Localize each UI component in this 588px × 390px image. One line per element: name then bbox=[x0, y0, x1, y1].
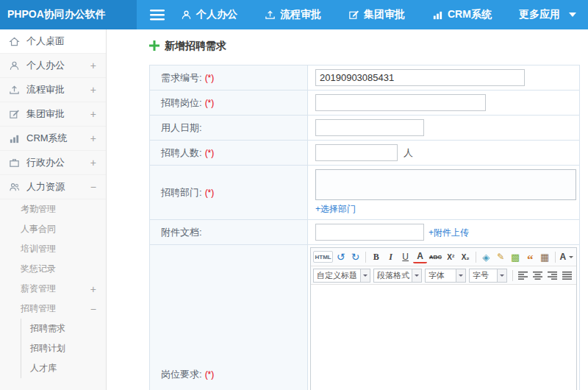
submit-arrow-icon bbox=[265, 10, 276, 21]
field-label-cell: 用人日期: bbox=[150, 116, 308, 141]
field-label-cell: 岗位要求:(*) bbox=[150, 245, 308, 390]
paragraph-format-select[interactable]: 段落格式 bbox=[373, 269, 422, 283]
top-bar: PHPOA协同办公软件 个人办公 流程审批 bbox=[0, 0, 588, 29]
headcount-input[interactable] bbox=[315, 144, 398, 161]
expand-toggle[interactable]: + bbox=[90, 108, 96, 120]
field-label: 用人日期: bbox=[161, 122, 202, 133]
format-painter-button[interactable]: ✎ bbox=[494, 250, 508, 264]
field-label: 招聘人数: bbox=[161, 147, 202, 158]
form-row-department: 招聘部门:(*) +选择部门 bbox=[150, 166, 580, 220]
briefcase-icon bbox=[9, 157, 26, 169]
toolbar-separator bbox=[476, 252, 476, 263]
expand-toggle[interactable]: + bbox=[90, 132, 96, 144]
topnav-group-approval[interactable]: 集团审批 bbox=[348, 8, 405, 21]
undo-button[interactable]: ↺ bbox=[334, 250, 348, 264]
select-label: 字号 bbox=[470, 270, 497, 281]
attachment-upload-link[interactable]: +附件上传 bbox=[429, 227, 469, 239]
editor-toolbar-row1: HTML ↺ ↻ B I U A ABC X² X₂ ◈ bbox=[311, 248, 576, 266]
sidebar-subitem-attendance[interactable]: 考勤管理 bbox=[0, 199, 106, 219]
field-label-cell: 招聘人数:(*) bbox=[150, 141, 308, 166]
demand-code-input[interactable] bbox=[315, 69, 525, 86]
required-mark: (*) bbox=[205, 98, 215, 108]
topnav-workflow-approval[interactable]: 流程审批 bbox=[265, 8, 321, 21]
sidebar-subitem-recruit-plan[interactable]: 招聘计划 bbox=[21, 338, 106, 358]
strikethrough-button[interactable]: ABC bbox=[428, 250, 443, 264]
field-label: 需求编号: bbox=[161, 72, 202, 83]
department-textarea[interactable] bbox=[315, 169, 576, 200]
expand-toggle[interactable]: + bbox=[90, 157, 96, 169]
expand-toggle[interactable]: + bbox=[90, 283, 96, 295]
sidebar-subitem-rewards[interactable]: 奖惩记录 bbox=[0, 259, 106, 279]
font-menu-button[interactable]: A bbox=[559, 250, 574, 264]
sidebar-item-group-approval[interactable]: 集团审批 + bbox=[0, 102, 106, 127]
position-input[interactable] bbox=[315, 94, 486, 111]
field-label: 附件文档: bbox=[161, 227, 202, 238]
select-label: 自定义标题 bbox=[314, 270, 360, 281]
hire-date-input[interactable] bbox=[315, 119, 424, 136]
editor-content-area[interactable] bbox=[311, 285, 576, 390]
sidebar-item-label: 个人办公 bbox=[26, 59, 90, 72]
collapse-toggle[interactable]: − bbox=[90, 181, 96, 193]
bold-button[interactable]: B bbox=[369, 250, 383, 264]
attachment-input[interactable] bbox=[315, 224, 424, 241]
sidebar-subitem-salary[interactable]: 薪资管理 + bbox=[0, 279, 106, 299]
align-right-button[interactable] bbox=[545, 269, 559, 283]
sidebar-item-personal-office[interactable]: 个人办公 + bbox=[0, 54, 106, 78]
sidebar-item-crm[interactable]: CRM系统 + bbox=[0, 127, 106, 151]
html-source-button[interactable]: HTML bbox=[313, 251, 333, 263]
sidebar-subitem-talent-pool[interactable]: 人才库 bbox=[21, 358, 106, 378]
menu-toggle-icon[interactable] bbox=[137, 0, 178, 29]
page-title-text: 新增招聘需求 bbox=[165, 40, 226, 53]
insert-table-button[interactable]: ▦ bbox=[538, 250, 552, 264]
sidebar-subitem-training[interactable]: 培训管理 bbox=[0, 239, 106, 259]
chevron-down-icon[interactable] bbox=[360, 269, 370, 282]
user-icon bbox=[181, 10, 192, 21]
align-justify-button[interactable] bbox=[560, 269, 574, 283]
topnav-personal-office[interactable]: 个人办公 bbox=[181, 8, 237, 21]
align-center-button[interactable] bbox=[531, 269, 545, 283]
topnav-crm[interactable]: CRM系统 bbox=[432, 8, 492, 21]
font-color-button[interactable]: A bbox=[413, 251, 427, 263]
sidebar-subitem-recruitment[interactable]: 招聘管理 − bbox=[0, 299, 106, 319]
italic-button[interactable]: I bbox=[384, 250, 398, 264]
underline-button[interactable]: U bbox=[398, 250, 412, 264]
font-size-select[interactable]: 字号 bbox=[469, 269, 507, 283]
expand-toggle[interactable]: + bbox=[90, 84, 96, 96]
sidebar-item-hr[interactable]: 人力资源 − bbox=[0, 175, 106, 199]
sidebar-subitem-recruit-demand[interactable]: 招聘需求 bbox=[21, 319, 106, 338]
subscript-button[interactable]: X₂ bbox=[459, 250, 473, 264]
sidebar-subitem-label: 考勤管理 bbox=[21, 203, 96, 216]
font-family-select[interactable]: 字体 bbox=[425, 269, 466, 283]
blockquote-button[interactable]: “ bbox=[523, 250, 537, 264]
chevron-down-icon[interactable] bbox=[497, 269, 506, 282]
eraser-button[interactable]: ◈ bbox=[479, 250, 493, 264]
align-left-button[interactable] bbox=[516, 269, 530, 283]
sidebar-item-workflow-approval[interactable]: 流程审批 + bbox=[0, 78, 106, 102]
toolbar-separator bbox=[555, 252, 556, 263]
sidebar-item-personal-desktop[interactable]: 个人桌面 bbox=[0, 29, 106, 54]
form-row-hire-date: 用人日期: bbox=[150, 116, 580, 141]
top-navigation: 个人办公 流程审批 集团审批 bbox=[178, 0, 576, 29]
superscript-button[interactable]: X² bbox=[444, 250, 458, 264]
field-label-cell: 招聘岗位:(*) bbox=[150, 91, 308, 116]
chevron-down-icon[interactable] bbox=[456, 269, 465, 282]
sidebar-item-label: 人力资源 bbox=[26, 180, 90, 194]
redo-button[interactable]: ↻ bbox=[348, 250, 362, 264]
sidebar-item-admin-office[interactable]: 行政办公 + bbox=[0, 151, 106, 175]
field-label-cell: 附件文档: bbox=[150, 220, 308, 245]
collapse-toggle[interactable]: − bbox=[90, 303, 96, 315]
form-row-headcount: 招聘人数:(*) 人 bbox=[150, 141, 580, 166]
sidebar-subitem-personnel-contract[interactable]: 人事合同 bbox=[0, 219, 106, 239]
topnav-label: 集团审批 bbox=[364, 8, 405, 21]
chevron-down-icon[interactable] bbox=[412, 269, 421, 282]
custom-title-select[interactable]: 自定义标题 bbox=[313, 269, 370, 283]
topnav-more-apps[interactable]: 更多应用 bbox=[519, 8, 576, 21]
toolbar-separator bbox=[365, 252, 366, 263]
field-value-cell bbox=[308, 116, 580, 141]
background-color-button[interactable]: ▩ bbox=[509, 250, 523, 264]
expand-toggle[interactable]: + bbox=[90, 60, 96, 71]
topnav-label: CRM系统 bbox=[448, 8, 492, 21]
form-row-position: 招聘岗位:(*) bbox=[150, 91, 580, 116]
select-department-link[interactable]: +选择部门 bbox=[315, 203, 356, 216]
field-label-cell: 需求编号:(*) bbox=[150, 65, 308, 91]
